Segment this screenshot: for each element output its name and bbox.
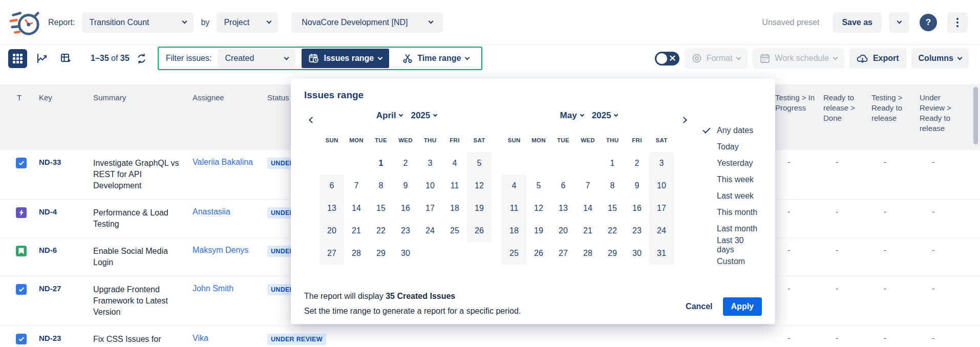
calendar-day[interactable]: 23 — [625, 220, 649, 242]
calendar-day[interactable]: 23 — [393, 220, 418, 242]
issue-summary[interactable]: Fix CSS Issues for Mobile Navigation — [93, 326, 193, 347]
calendar-day[interactable]: 25 — [502, 242, 526, 265]
calendar-day[interactable]: 21 — [344, 220, 369, 242]
filter-issues-select[interactable]: Created — [218, 49, 295, 68]
calendar-day[interactable]: 14 — [344, 197, 369, 220]
issue-summary[interactable]: Upgrade Frontend Framework to Latest Ver… — [93, 276, 193, 326]
issue-summary[interactable]: Investigate GraphQL vs REST for API Deve… — [93, 150, 193, 199]
calendar-day[interactable]: 18 — [502, 220, 526, 242]
report-type-select[interactable]: Transition Count — [82, 12, 194, 33]
calendar-day[interactable]: 26 — [467, 220, 492, 242]
column-header-transition[interactable]: Testing > Ready to release — [871, 84, 920, 123]
calendar-day[interactable]: 20 — [319, 220, 344, 242]
column-header-key[interactable]: Key — [39, 84, 93, 103]
calendar-day[interactable]: 30 — [393, 242, 418, 265]
calendar-day[interactable]: 30 — [625, 242, 649, 265]
calendar-day[interactable]: 10 — [418, 175, 442, 197]
calendar-day[interactable]: 6 — [319, 175, 344, 197]
format-button[interactable]: Format — [685, 48, 748, 69]
issue-key[interactable]: ND-4 — [39, 200, 93, 224]
calendar-day[interactable]: 6 — [551, 175, 576, 197]
refresh-button[interactable] — [137, 54, 146, 63]
preset-option[interactable]: Last 30 days — [701, 237, 762, 253]
calendar-day[interactable]: 12 — [467, 175, 492, 197]
issue-summary[interactable]: Performance & Load Testing — [93, 200, 193, 237]
calendar-day[interactable]: 15 — [600, 197, 625, 220]
column-header-transition[interactable]: Testing > In Progress — [775, 84, 823, 113]
calendar-day[interactable]: 25 — [442, 220, 467, 242]
calendar-day[interactable]: 29 — [600, 242, 625, 265]
group-by-select[interactable]: Project — [217, 12, 278, 33]
issue-assignee[interactable]: Vika — [193, 326, 267, 347]
preset-option[interactable]: Last month — [701, 221, 762, 237]
preset-option[interactable]: Yesterday — [701, 155, 762, 171]
calendar-day[interactable]: 28 — [344, 242, 369, 265]
calendar-day[interactable]: 26 — [526, 242, 551, 265]
calendar-day[interactable]: 3 — [649, 152, 674, 175]
year-select[interactable]: 2025 — [592, 111, 618, 121]
cancel-button[interactable]: Cancel — [679, 297, 718, 316]
time-range-button[interactable]: Time range — [395, 49, 476, 68]
preset-option[interactable]: Custom — [701, 253, 762, 270]
calendar-day[interactable]: 24 — [418, 220, 442, 242]
export-button[interactable]: Export — [849, 48, 906, 69]
calendar-day[interactable]: 8 — [600, 175, 625, 197]
preset-option[interactable]: Last week — [701, 188, 762, 204]
calendar-day[interactable]: 1 — [369, 152, 393, 175]
apply-button[interactable]: Apply — [723, 297, 762, 316]
month-select[interactable]: April — [376, 111, 403, 121]
issues-range-button[interactable]: Issues range — [302, 49, 389, 68]
calendar-day[interactable]: 19 — [467, 197, 492, 220]
issue-key[interactable]: ND-33 — [39, 150, 93, 174]
calendar-day[interactable]: 27 — [319, 242, 344, 265]
calendar-day[interactable]: 28 — [576, 242, 600, 265]
column-header-summary[interactable]: Summary — [93, 84, 193, 103]
calendar-day[interactable]: 15 — [369, 197, 393, 220]
issue-assignee[interactable]: John Smith — [193, 276, 267, 301]
calendar-day[interactable]: 9 — [625, 175, 649, 197]
calendar-day[interactable]: 21 — [576, 220, 600, 242]
calendar-day[interactable]: 17 — [418, 197, 442, 220]
calendar-day[interactable]: 4 — [442, 152, 467, 175]
calendar-day[interactable]: 7 — [576, 175, 600, 197]
preset-option[interactable]: Any dates — [701, 122, 762, 139]
issue-key[interactable]: ND-23 — [39, 326, 93, 347]
issue-assignee[interactable]: Valeriia Bakalina — [193, 150, 267, 175]
calendar-day[interactable]: 20 — [551, 220, 576, 242]
calendar-day[interactable]: 3 — [418, 152, 442, 175]
grid-view-button[interactable] — [8, 49, 27, 68]
columns-button[interactable]: Columns — [911, 48, 969, 69]
calendar-day[interactable]: 1 — [600, 152, 625, 175]
calendar-day[interactable]: 5 — [526, 175, 551, 197]
calendar-day[interactable]: 27 — [551, 242, 576, 265]
more-menu-button[interactable] — [947, 12, 968, 33]
work-schedule-button[interactable]: Work schedule — [753, 48, 844, 69]
issue-summary[interactable]: Enable Social Media Login — [93, 238, 193, 276]
calendar-day[interactable]: 7 — [344, 175, 369, 197]
calendar-day[interactable]: 10 — [649, 175, 674, 197]
calendar-day[interactable]: 13 — [319, 197, 344, 220]
preset-option[interactable]: This month — [701, 204, 762, 221]
calendar-day[interactable]: 13 — [551, 197, 576, 220]
calendar-day[interactable]: 19 — [526, 220, 551, 242]
column-header-transition[interactable]: Ready to release > Done — [823, 84, 871, 123]
calendar-day[interactable]: 16 — [393, 197, 418, 220]
calendar-day[interactable]: 5 — [467, 152, 492, 175]
save-as-button[interactable]: Save as — [833, 12, 882, 33]
calendar-day[interactable]: 11 — [502, 197, 526, 220]
vertical-scrollbar[interactable] — [973, 87, 978, 144]
calendar-day[interactable]: 9 — [393, 175, 418, 197]
issue-key[interactable]: ND-27 — [39, 276, 93, 300]
calendar-day[interactable]: 14 — [576, 197, 600, 220]
calendar-day[interactable]: 2 — [393, 152, 418, 175]
format-toggle[interactable] — [655, 52, 679, 66]
next-month-button[interactable] — [676, 112, 691, 127]
issue-assignee[interactable]: Maksym Denys — [193, 238, 267, 263]
calendar-day[interactable]: 16 — [625, 197, 649, 220]
save-as-menu-button[interactable] — [889, 12, 909, 33]
calendar-day[interactable]: 17 — [649, 197, 674, 220]
calendar-day[interactable]: 24 — [649, 220, 674, 242]
prev-month-button[interactable] — [304, 112, 319, 127]
project-select[interactable]: NovaCore Development [ND] — [291, 12, 443, 33]
calendar-day[interactable]: 4 — [502, 175, 526, 197]
